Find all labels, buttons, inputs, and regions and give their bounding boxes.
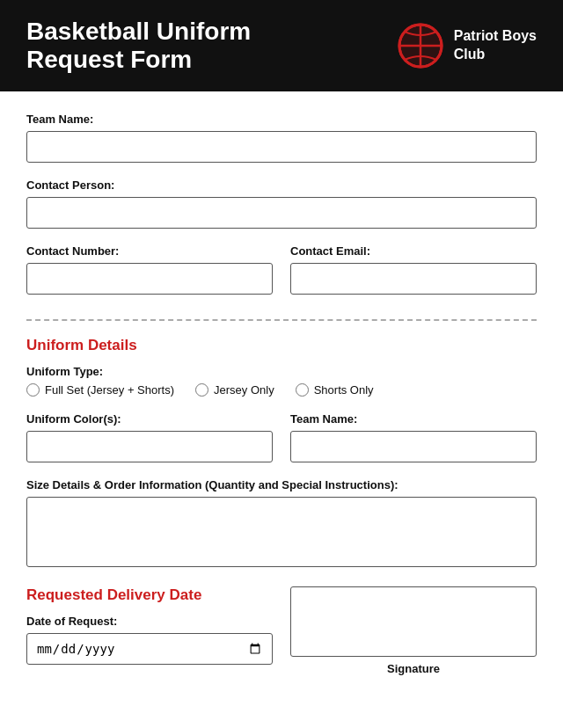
uniform-colors-group: Uniform Color(s): [26, 412, 273, 462]
page-title: Basketball Uniform Request Form [26, 18, 251, 74]
form-body: Team Name: Contact Person: Contact Numbe… [0, 91, 563, 702]
section-divider [26, 319, 537, 321]
uniform-type-label: Uniform Type: [26, 365, 537, 378]
delivery-date-left: Requested Delivery Date Date of Request: [26, 586, 273, 681]
date-of-request-group: Date of Request: [26, 615, 273, 665]
signature-right: Signature [290, 586, 537, 681]
radio-shorts-only[interactable]: Shorts Only [296, 383, 374, 397]
team-name-group: Team Name: [26, 113, 537, 163]
contact-email-group: Contact Email: [290, 244, 537, 295]
uniform-team-name-input[interactable] [290, 431, 537, 462]
size-details-group: Size Details & Order Information (Quanti… [26, 478, 537, 571]
uniform-section-title: Uniform Details [26, 337, 537, 354]
uniform-colors-label: Uniform Color(s): [26, 412, 273, 426]
contact-email-input[interactable] [290, 263, 537, 295]
uniform-team-name-group: Team Name: [290, 412, 537, 462]
logo-area: Patriot Boys Club [398, 23, 537, 69]
radio-shorts-only-input[interactable] [296, 383, 309, 397]
radio-full-set-input[interactable] [26, 383, 40, 397]
date-of-request-input[interactable] [26, 633, 273, 665]
size-details-input[interactable] [26, 497, 537, 567]
uniform-colors-input[interactable] [26, 431, 273, 462]
uniform-type-radio-group: Full Set (Jersey + Shorts) Jersey Only S… [26, 383, 537, 397]
delivery-section-title: Requested Delivery Date [26, 586, 273, 604]
contact-person-input[interactable] [26, 197, 537, 229]
uniform-type-group: Uniform Type: Full Set (Jersey + Shorts)… [26, 365, 537, 397]
page-container: Basketball Uniform Request Form Patriot … [0, 0, 563, 728]
contact-email-label: Contact Email: [290, 244, 537, 258]
contact-person-label: Contact Person: [26, 178, 537, 192]
team-name-label: Team Name: [26, 113, 537, 126]
contact-row: Contact Number: Contact Email: [26, 244, 537, 310]
bottom-section: Requested Delivery Date Date of Request:… [26, 586, 537, 681]
radio-jersey-only[interactable]: Jersey Only [195, 383, 274, 397]
date-of-request-label: Date of Request: [26, 615, 273, 628]
contact-number-input[interactable] [26, 263, 273, 295]
uniform-team-name-label: Team Name: [290, 412, 537, 426]
contact-person-group: Contact Person: [26, 178, 537, 229]
signature-label: Signature [290, 662, 537, 675]
uniform-section: Uniform Details Uniform Type: Full Set (… [26, 337, 537, 571]
header: Basketball Uniform Request Form Patriot … [0, 0, 563, 91]
contact-number-label: Contact Number: [26, 244, 273, 258]
club-name: Patriot Boys Club [454, 27, 537, 64]
team-name-input[interactable] [26, 131, 537, 163]
radio-full-set[interactable]: Full Set (Jersey + Shorts) [26, 383, 174, 397]
uniform-colors-row: Uniform Color(s): Team Name: [26, 412, 537, 478]
radio-jersey-only-input[interactable] [195, 383, 208, 397]
basketball-icon [398, 23, 443, 69]
signature-box[interactable] [290, 586, 537, 657]
contact-number-group: Contact Number: [26, 244, 273, 295]
size-details-label: Size Details & Order Information (Quanti… [26, 478, 537, 491]
